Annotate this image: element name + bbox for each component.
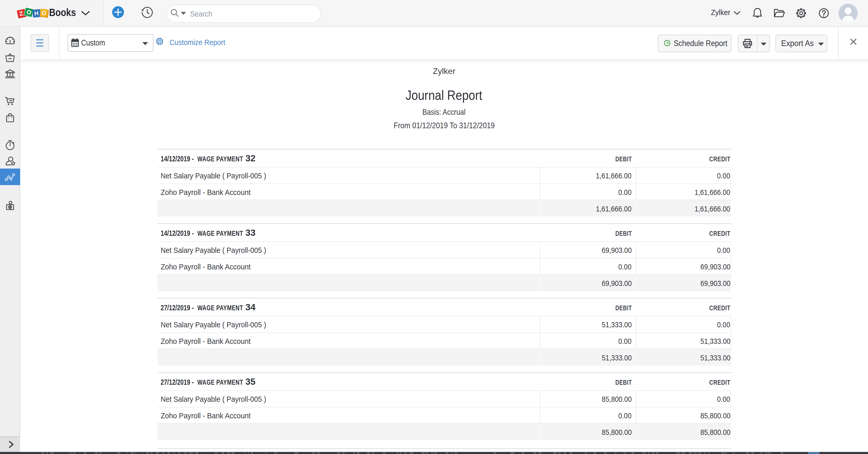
svg-text:H: H [34, 10, 39, 17]
svg-text:O: O [41, 9, 46, 17]
